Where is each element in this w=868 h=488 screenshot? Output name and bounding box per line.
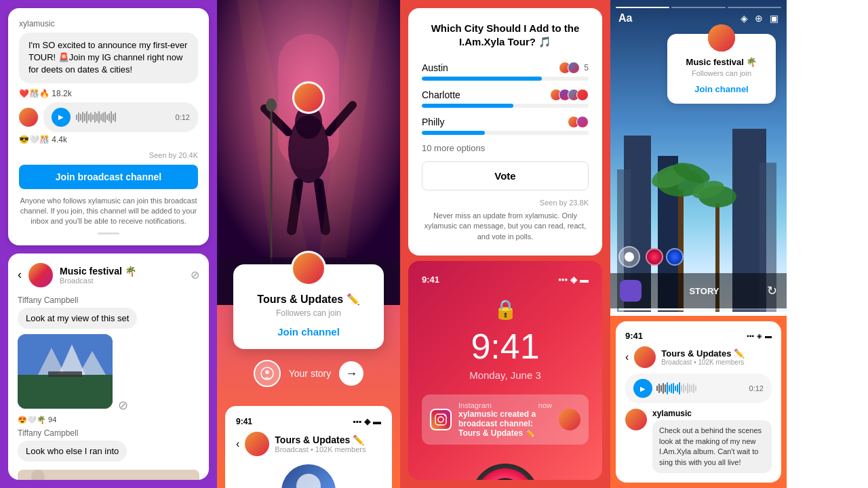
vote-count-austin: 5 bbox=[584, 63, 589, 73]
waveform-bar bbox=[115, 113, 116, 122]
col4-waveform-bar bbox=[677, 384, 678, 392]
story-link-icon[interactable]: ◈ bbox=[741, 13, 748, 24]
story-record-btn[interactable] bbox=[618, 246, 640, 268]
col4-message-content: xylamusic Check out a behind the scenes … bbox=[652, 409, 772, 473]
waveform-bar bbox=[88, 114, 90, 121]
poll-bar-track-philly bbox=[422, 131, 589, 135]
story-bottom-controls: STORY ↻ bbox=[610, 241, 787, 316]
voter-avatars-charlotte bbox=[550, 89, 589, 101]
story-bar: Your story → bbox=[217, 349, 400, 398]
poll-card: Which City Should I Add to the I.Am.Xyla… bbox=[408, 8, 602, 256]
svg-point-28 bbox=[444, 415, 446, 416]
story-color-picker-1[interactable] bbox=[646, 248, 663, 266]
image-reactions: 😍🤍🌴 94 bbox=[18, 415, 199, 424]
col4-waveform-bar bbox=[691, 385, 692, 392]
col2-channel-header: ‹ Tours & Updates ✏️ Broadcast • 102K me… bbox=[236, 432, 381, 456]
poll-option-philly: Philly bbox=[422, 116, 589, 135]
waveform-bar bbox=[98, 111, 100, 123]
message-reactions: ❤️🎊🔥 18.2k bbox=[19, 89, 198, 98]
waveform-bar bbox=[80, 114, 81, 121]
column-4: Aa ◈ ⊕ ▣ Music festival 🌴 Followers can … bbox=[610, 0, 787, 488]
waveform-bar bbox=[96, 113, 98, 121]
broadcast-message: I'm SO excited to announce my first-ever… bbox=[19, 33, 198, 83]
col4-status-icons: ▪▪▪ ◈ ▬ bbox=[747, 332, 772, 340]
preview-svg bbox=[18, 470, 199, 480]
vote-button[interactable]: Vote bbox=[422, 161, 589, 190]
channel-avatar bbox=[28, 263, 53, 287]
col4-audio-duration: 0:12 bbox=[749, 384, 764, 392]
waveform-bar bbox=[106, 115, 108, 120]
col2-status-bar: 9:41 ▪▪▪ ◈ ▬ bbox=[236, 417, 381, 426]
col4-status-bar: 9:41 ▪▪▪ ◈ ▬ bbox=[625, 331, 772, 341]
chat-title-block: Music festival 🌴 Broadcast bbox=[60, 266, 184, 285]
voter-avatar bbox=[576, 116, 589, 128]
poll-option-header-austin: Austin 5 bbox=[422, 62, 589, 74]
col4-waveform-bar bbox=[656, 386, 658, 391]
back-icon[interactable]: ‹ bbox=[18, 268, 22, 282]
poll-bar-fill-charlotte bbox=[422, 104, 513, 108]
flag-icon[interactable]: ⊘ bbox=[191, 268, 199, 281]
col4-waveform-bar bbox=[685, 386, 686, 391]
col4-audio-player: ▶ bbox=[625, 373, 772, 403]
chat-subtitle: Broadcast bbox=[60, 277, 184, 285]
battery-icon: ▬ bbox=[580, 274, 589, 285]
waveform-bar bbox=[94, 112, 96, 123]
poll-option-name-charlotte: Charlotte bbox=[422, 89, 460, 100]
story-circle bbox=[254, 360, 281, 387]
poll-option-austin: Austin 5 bbox=[422, 62, 589, 81]
chat-message-2: Look who else I ran into bbox=[18, 441, 127, 462]
poll-bar-track-charlotte bbox=[422, 104, 589, 108]
audio-duration: 0:12 bbox=[176, 113, 190, 121]
lock-icon: 🔒 bbox=[422, 298, 589, 321]
chat-image-inner bbox=[18, 334, 113, 409]
col2-channel-info: Tours & Updates ✏️ Broadcast • 102K memb… bbox=[275, 434, 366, 453]
back-icon-col4[interactable]: ‹ bbox=[625, 351, 629, 363]
story-gallery-icon[interactable]: ▣ bbox=[770, 13, 778, 24]
notif-time: now bbox=[538, 401, 552, 409]
col4-waveform bbox=[656, 382, 745, 394]
col2-channel-avatar-large bbox=[281, 464, 336, 488]
col4-waveform-bar bbox=[658, 384, 660, 393]
col4-waveform-bar bbox=[669, 385, 670, 392]
waveform-bar bbox=[108, 113, 110, 121]
chat-header: ‹ Music festival 🌴 Broadcast ⊘ bbox=[18, 263, 199, 287]
poll-votes-austin: 5 bbox=[559, 62, 589, 74]
wifi-icon: ◈ bbox=[570, 274, 577, 285]
col4-sender-avatar bbox=[625, 409, 647, 430]
col4-play-btn[interactable]: ▶ bbox=[633, 379, 652, 398]
col2-channel-name: Tours & Updates ✏️ bbox=[275, 434, 366, 445]
story-top-controls: Aa ◈ ⊕ ▣ bbox=[618, 12, 778, 24]
scroll-indicator bbox=[19, 232, 198, 235]
poll-description: Never miss an update from xylamusic. Onl… bbox=[422, 211, 589, 242]
signal-icon: ▪▪▪ bbox=[353, 417, 361, 426]
story-followers-text: Followers can join bbox=[677, 69, 766, 77]
chat-message-1: Look at my view of this set bbox=[18, 308, 137, 329]
username-label: xylamusic bbox=[19, 19, 198, 28]
story-progress-bars bbox=[616, 7, 781, 8]
waveform-bar bbox=[78, 113, 79, 122]
notif-avatar bbox=[559, 409, 580, 430]
story-arrow-button[interactable]: → bbox=[339, 361, 363, 386]
story-channel-avatar bbox=[708, 24, 735, 52]
story-color-picker-2[interactable] bbox=[666, 248, 684, 266]
play-button[interactable]: ▶ bbox=[52, 108, 71, 127]
story-right-icons: ◈ ⊕ ▣ bbox=[741, 13, 778, 24]
join-broadcast-button[interactable]: Join broadcast channel bbox=[19, 165, 198, 189]
wifi-icon-col4: ◈ bbox=[757, 332, 762, 340]
instagram-icon bbox=[431, 410, 450, 429]
col4-waveform-bar bbox=[671, 384, 672, 393]
story-camera-icon[interactable]: ⊕ bbox=[755, 13, 763, 24]
wifi-icon: ◈ bbox=[364, 417, 370, 426]
waveform-bar bbox=[82, 112, 83, 123]
more-options-label: 10 more options bbox=[422, 143, 589, 153]
back-icon-col2[interactable]: ‹ bbox=[236, 438, 239, 450]
channel-overlay-card: Tours & Updates ✏️ Followers can join Jo… bbox=[233, 264, 384, 349]
story-join-button[interactable]: Join channel bbox=[677, 84, 766, 94]
col4-sender-name: xylamusic bbox=[652, 409, 772, 418]
bookmark-icon[interactable]: ⊘ bbox=[118, 398, 128, 413]
story-refresh-icon[interactable]: ↻ bbox=[767, 283, 777, 298]
story-viewer: Aa ◈ ⊕ ▣ Music festival 🌴 Followers can … bbox=[610, 0, 787, 316]
col4-waveform-bar bbox=[679, 382, 680, 394]
poll-bar-track-austin bbox=[422, 77, 589, 81]
join-channel-link[interactable]: Join channel bbox=[277, 326, 340, 338]
